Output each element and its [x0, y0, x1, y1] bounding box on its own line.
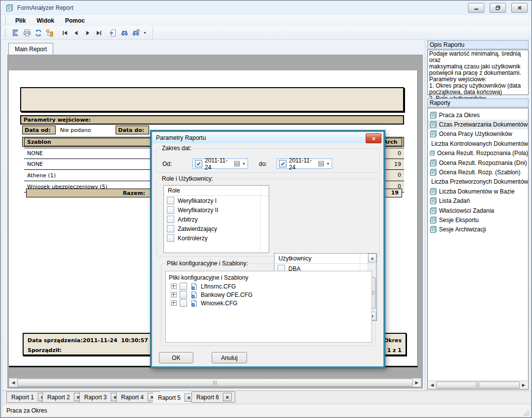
role-checkbox[interactable]	[167, 206, 174, 214]
scrollbar-thumb[interactable]	[436, 382, 520, 388]
role-item[interactable]: Weryfikatorzy I	[164, 196, 269, 205]
export-report-icon[interactable]	[10, 28, 21, 38]
scroll-right-icon[interactable]: ▶	[413, 380, 421, 385]
title-bar[interactable]: FormAnalyzer Report	[0, 0, 532, 15]
report-item-liczba-dokumentow[interactable]: Liczba Dokumentów w Bazie	[428, 187, 528, 196]
previous-page-icon[interactable]	[70, 28, 82, 38]
tab-main-report[interactable]: Main Report	[8, 43, 53, 55]
roles-users-group-label: Role i Użytkownicy:	[160, 175, 215, 182]
resize-grip-icon[interactable]	[523, 410, 529, 416]
role-checkbox[interactable]	[167, 234, 174, 242]
date-to-dropdown-icon[interactable]: ▼	[326, 162, 330, 165]
raporty-horizontal-scrollbar[interactable]: ◀ ▶	[428, 381, 528, 388]
bottom-tab-strip: Raport 1 Raport 2 Raport 3 Raport 4 Rapo…	[2, 390, 531, 404]
role-item[interactable]: Arbitrzy	[164, 215, 269, 224]
ok-button[interactable]: OK	[159, 352, 193, 363]
scroll-left-icon[interactable]: ◀	[428, 383, 436, 387]
tab-label: Raport 1	[11, 394, 34, 401]
users-list-header[interactable]: Użytkownicy	[275, 254, 372, 264]
calendar-icon[interactable]	[318, 161, 324, 166]
date-to-checkbox[interactable]	[279, 160, 286, 167]
advanced-find-icon[interactable]	[130, 28, 141, 38]
report-item-lista-zadan[interactable]: Lista Zadań	[428, 196, 528, 206]
report-item-label: Lista Zadań	[439, 197, 470, 204]
first-page-icon[interactable]	[59, 28, 70, 38]
last-page-icon[interactable]	[93, 28, 104, 38]
expand-icon[interactable]	[171, 292, 177, 297]
more-options-caret-icon[interactable]: ▼	[141, 31, 149, 34]
date-from-dropdown-icon[interactable]: ▼	[242, 162, 246, 165]
minimize-button[interactable]	[468, 3, 484, 13]
report-item-ocena-rezult-dni[interactable]: Ocena Rezult. Rozpoznania (Dni)	[428, 158, 528, 167]
tab-raport-6[interactable]: Raport 6	[191, 391, 235, 403]
report-item-liczba-przetworzonych[interactable]: Liczba Przetworzonych Dokumentów	[428, 177, 528, 187]
role-label: Weryfikatorzy I	[178, 197, 217, 204]
tab-raport-5[interactable]: Raport 5	[153, 392, 197, 403]
tree-item-lfinsrnc[interactable]: LfInsrnc.CFG	[170, 282, 372, 290]
raporty-header-label: Raporty	[430, 99, 450, 106]
tree-item-wniosek[interactable]: Wniosek.CFG	[170, 299, 372, 307]
report-item-czas-przetwarzania[interactable]: Czas Przetwarzania Dokumentów	[428, 120, 528, 129]
tree-root[interactable]: Pliki konfiguracyjne i Szablony	[169, 273, 372, 282]
report-item-praca-za-okres[interactable]: Praca za Okres	[428, 110, 528, 120]
print-report-icon[interactable]	[21, 28, 32, 38]
file-checkbox[interactable]	[180, 291, 187, 298]
report-item-ocena-pracy[interactable]: Ocena Pracy Użytkowników	[428, 129, 528, 139]
report-item-liczba-kontrolowanych[interactable]: Liczba Kontrolowanych Dokumentów	[428, 139, 528, 148]
menu-bar: Plik Widok Pomoc	[2, 15, 531, 26]
scroll-left-icon[interactable]: ◀	[9, 380, 17, 385]
scroll-right-icon[interactable]: ▶	[520, 383, 528, 387]
right-panel: Opis Raportu Podaje wartość minimalną, ś…	[425, 40, 531, 390]
role-checkbox[interactable]	[167, 216, 174, 223]
role-item[interactable]: Kontrolerzy	[164, 233, 269, 243]
expand-icon[interactable]	[171, 284, 177, 289]
go-to-page-icon[interactable]	[107, 28, 119, 38]
cancel-button[interactable]: Anuluj	[212, 352, 247, 363]
report-icon	[429, 111, 437, 119]
calendar-icon[interactable]	[234, 161, 240, 166]
report-item-sesje-eksportu[interactable]: Sesje Eksportu	[428, 215, 528, 225]
date-from-label-box: Data od:	[22, 126, 56, 134]
dialog-close-button[interactable]	[366, 133, 381, 143]
dialog-body: Zakres dat: Od: 2011-11-24 ▼ do: 2011-11…	[152, 143, 383, 366]
dialog-title-bar[interactable]: Parametry Raportu	[152, 132, 383, 143]
role-item[interactable]: Zatwierdzający	[164, 224, 269, 233]
date-from-value: Nie podano	[60, 127, 91, 133]
restore-button[interactable]	[490, 3, 506, 13]
scrollbar-thumb[interactable]	[17, 379, 413, 386]
viewer-horizontal-scrollbar[interactable]: ◀ ▶	[9, 378, 421, 387]
refresh-icon[interactable]	[32, 28, 44, 38]
date-to-picker[interactable]: 2011-11-24 ▼	[277, 159, 332, 169]
arch-header-label: Arch	[383, 139, 397, 145]
role-item[interactable]: Weryfikatorzy II	[164, 205, 269, 215]
report-item-label: Ocena Rezult. Rozpoznania (Dni)	[439, 160, 527, 166]
report-item-label: Liczba Kontrolowanych Dokumentów	[431, 140, 528, 147]
szablon-header-label: Szablon	[27, 139, 51, 145]
toggle-group-tree-icon[interactable]	[44, 28, 55, 38]
config-files-group-label: Pliki konfiguracyjne i Szablony:	[165, 260, 250, 267]
role-checkbox[interactable]	[167, 225, 174, 232]
close-button[interactable]	[511, 3, 528, 13]
next-page-icon[interactable]	[82, 28, 93, 38]
ok-button-label: OK	[172, 354, 180, 361]
scroll-up-icon[interactable]: ▲	[368, 254, 376, 262]
report-item-ocena-rezult-szablon[interactable]: Ocena Rezult. Rozp. (Szablon)	[428, 167, 528, 177]
report-icon	[429, 121, 437, 129]
menu-widok[interactable]: Widok	[31, 16, 60, 26]
date-from-checkbox[interactable]	[195, 160, 202, 167]
status-text: Praca za Okres	[2, 407, 47, 414]
expand-icon[interactable]	[171, 300, 177, 306]
report-item-sesje-archiwizacji[interactable]: Sesje Archiwizacji	[428, 225, 528, 234]
menu-pomoc[interactable]: Pomoc	[60, 16, 90, 26]
find-text-icon[interactable]	[119, 28, 130, 38]
date-from-picker[interactable]: 2011-11-24 ▼	[192, 159, 248, 169]
role-checkbox[interactable]	[167, 197, 174, 204]
tree-item-bankowy-ofe[interactable]: Bankowy OFE.CFG	[170, 290, 372, 299]
file-checkbox[interactable]	[180, 299, 187, 307]
file-checkbox[interactable]	[180, 283, 187, 290]
report-item-ocena-rezult-pola[interactable]: Ocena Rezult. Rozpoznania (Pola)	[428, 149, 528, 158]
report-item-wlasciwosci-zadania[interactable]: Właściowści Zadania	[428, 206, 528, 215]
menu-plik[interactable]: Plik	[10, 16, 31, 26]
close-tab-icon[interactable]	[223, 393, 232, 401]
roles-list-header[interactable]: Role	[164, 186, 269, 196]
